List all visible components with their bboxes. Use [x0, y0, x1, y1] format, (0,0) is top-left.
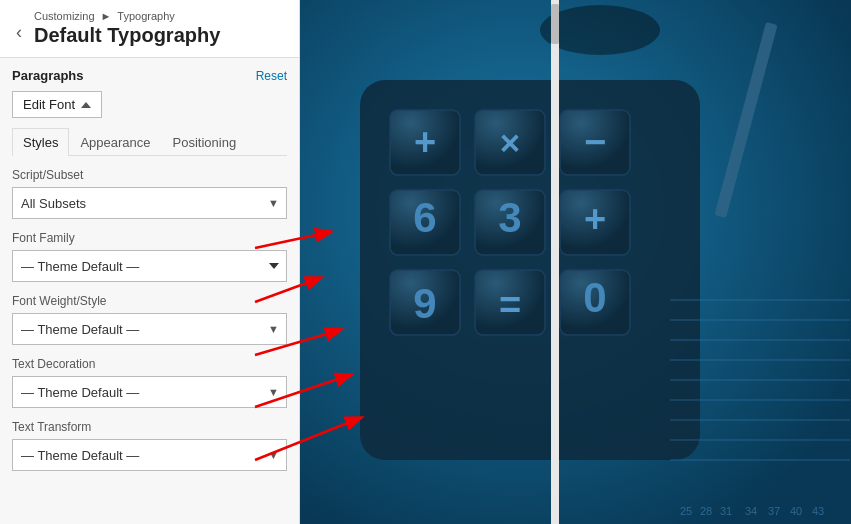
svg-text:31: 31 [720, 505, 732, 517]
text-decoration-group: Text Decoration — Theme Default — ▼ [12, 357, 287, 408]
text-transform-label: Text Transform [12, 420, 287, 434]
svg-text:43: 43 [812, 505, 824, 517]
paragraphs-section-header: Paragraphs Reset [12, 68, 287, 83]
left-panel: ‹ Customizing ► Typography Default Typog… [0, 0, 300, 524]
font-family-label: Font Family [12, 231, 287, 245]
script-subset-group: Script/Subset All Subsets ▼ [12, 168, 287, 219]
font-weight-group: Font Weight/Style — Theme Default — ▼ [12, 294, 287, 345]
edit-font-button[interactable]: Edit Font [12, 91, 102, 118]
svg-text:37: 37 [768, 505, 780, 517]
font-weight-wrapper: — Theme Default — ▼ [12, 313, 287, 345]
right-panel: + × − 6 3 + 9 = 0 [300, 0, 851, 524]
font-family-select[interactable]: — Theme Default — [12, 250, 287, 282]
page-title: Default Typography [34, 24, 220, 47]
text-transform-select[interactable]: — Theme Default — [12, 439, 287, 471]
svg-text:−: − [584, 121, 606, 163]
svg-text:28: 28 [700, 505, 712, 517]
app-layout: ‹ Customizing ► Typography Default Typog… [0, 0, 851, 524]
breadcrumb-typography[interactable]: Typography [117, 10, 174, 22]
svg-text:6: 6 [413, 194, 436, 241]
panel-header: ‹ Customizing ► Typography Default Typog… [0, 0, 299, 58]
breadcrumb-sep: ► [101, 10, 112, 22]
calculator-scene: + × − 6 3 + 9 = 0 [300, 0, 851, 524]
font-weight-label: Font Weight/Style [12, 294, 287, 308]
edit-font-label: Edit Font [23, 97, 75, 112]
text-decoration-wrapper: — Theme Default — ▼ [12, 376, 287, 408]
text-transform-group: Text Transform — Theme Default — ▼ [12, 420, 287, 471]
tab-appearance[interactable]: Appearance [69, 128, 161, 156]
script-subset-wrapper: All Subsets ▼ [12, 187, 287, 219]
font-family-wrapper: — Theme Default — [12, 250, 287, 282]
svg-text:0: 0 [583, 274, 606, 321]
text-decoration-label: Text Decoration [12, 357, 287, 371]
font-weight-select[interactable]: — Theme Default — [12, 313, 287, 345]
back-button[interactable]: ‹ [12, 20, 26, 45]
tab-positioning[interactable]: Positioning [162, 128, 248, 156]
breadcrumb: Customizing ► Typography [34, 10, 220, 22]
svg-text:×: × [500, 123, 520, 162]
script-subset-label: Script/Subset [12, 168, 287, 182]
svg-text:=: = [499, 284, 521, 326]
reset-link[interactable]: Reset [256, 69, 287, 83]
svg-text:+: + [584, 198, 606, 240]
header-text: Customizing ► Typography Default Typogra… [34, 10, 220, 47]
svg-text:25: 25 [680, 505, 692, 517]
svg-text:+: + [414, 121, 436, 163]
tab-styles[interactable]: Styles [12, 128, 69, 156]
tabs-container: Styles Appearance Positioning [12, 128, 287, 156]
text-decoration-select[interactable]: — Theme Default — [12, 376, 287, 408]
svg-text:40: 40 [790, 505, 802, 517]
text-transform-wrapper: — Theme Default — ▼ [12, 439, 287, 471]
breadcrumb-customizing[interactable]: Customizing [34, 10, 95, 22]
panel-content: Paragraphs Reset Edit Font Styles Appear… [0, 58, 299, 524]
script-subset-select[interactable]: All Subsets [12, 187, 287, 219]
svg-text:3: 3 [498, 194, 521, 241]
triangle-up-icon [81, 102, 91, 108]
paragraphs-title: Paragraphs [12, 68, 84, 83]
svg-text:34: 34 [745, 505, 757, 517]
svg-text:9: 9 [413, 280, 436, 327]
font-family-group: Font Family — Theme Default — [12, 231, 287, 282]
